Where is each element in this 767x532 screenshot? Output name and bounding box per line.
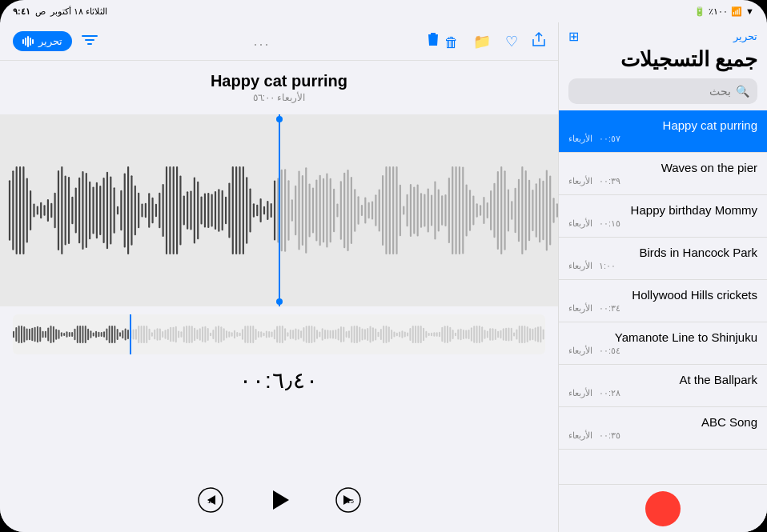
svg-rect-17 bbox=[33, 204, 34, 218]
svg-rect-136 bbox=[448, 178, 450, 243]
svg-rect-273 bbox=[287, 332, 288, 337]
svg-rect-329 bbox=[436, 332, 438, 337]
right-edit-label[interactable]: تحرير bbox=[733, 30, 757, 42]
svg-rect-180 bbox=[39, 327, 41, 342]
svg-rect-86 bbox=[274, 180, 275, 240]
svg-rect-111 bbox=[361, 205, 363, 216]
svg-rect-317 bbox=[404, 331, 406, 337]
main-content: تحرير ... bbox=[0, 22, 767, 532]
svg-rect-37 bbox=[103, 178, 105, 243]
recording-item[interactable]: ABC Song ٠٠:٣٥ الأربعاء bbox=[559, 407, 767, 450]
svg-rect-218 bbox=[141, 326, 143, 343]
favorite-button[interactable]: ♡ bbox=[505, 33, 518, 50]
svg-rect-237 bbox=[191, 326, 193, 342]
svg-rect-323 bbox=[420, 326, 422, 343]
svg-rect-312 bbox=[391, 330, 392, 339]
svg-rect-85 bbox=[271, 203, 272, 218]
svg-rect-134 bbox=[441, 195, 443, 226]
svg-rect-116 bbox=[379, 189, 380, 231]
svg-rect-309 bbox=[383, 326, 384, 343]
delete-button[interactable]: 🗑 bbox=[426, 31, 459, 51]
waveform-main[interactable] bbox=[0, 114, 558, 306]
waveform-area: ٠٠:٦٫٤٠ bbox=[0, 106, 558, 473]
playhead-dot-bottom bbox=[276, 298, 283, 305]
svg-rect-340 bbox=[465, 330, 467, 339]
svg-rect-30 bbox=[78, 178, 80, 243]
svg-rect-78 bbox=[246, 177, 247, 243]
forward-button[interactable]: 15 bbox=[334, 486, 363, 514]
filter-button[interactable] bbox=[82, 34, 98, 49]
recording-item[interactable]: Hollywood Hills crickets ٠٠:٣٤ الأربعاء bbox=[559, 280, 767, 322]
toolbar-center: ... bbox=[253, 33, 270, 50]
record-button[interactable] bbox=[645, 491, 681, 526]
rewind-button[interactable]: 15 bbox=[196, 486, 225, 514]
search-input[interactable] bbox=[576, 85, 731, 98]
svg-rect-137 bbox=[452, 166, 453, 254]
recording-item[interactable]: Birds in Hancock Park ١:٠٠ الأربعاء bbox=[559, 238, 767, 280]
recording-item[interactable]: Waves on the pier ٠٠:٣٩ الأربعاء bbox=[559, 153, 767, 195]
svg-rect-120 bbox=[392, 166, 394, 254]
svg-rect-75 bbox=[235, 166, 237, 254]
recording-item-meta: ٠٠:٢٨ الأربعاء bbox=[568, 388, 757, 398]
svg-rect-350 bbox=[492, 328, 494, 341]
recording-date: الأربعاء bbox=[568, 261, 592, 271]
svg-rect-264 bbox=[263, 333, 265, 337]
svg-rect-356 bbox=[508, 327, 509, 341]
playhead-line[interactable] bbox=[279, 114, 280, 306]
svg-rect-49 bbox=[145, 203, 147, 218]
svg-rect-14 bbox=[22, 166, 24, 254]
svg-rect-19 bbox=[40, 202, 42, 218]
svg-rect-355 bbox=[505, 328, 507, 342]
svg-rect-155 bbox=[515, 188, 516, 233]
svg-rect-39 bbox=[110, 177, 111, 245]
svg-rect-55 bbox=[166, 166, 167, 254]
svg-rect-109 bbox=[354, 189, 355, 232]
svg-rect-146 bbox=[483, 197, 484, 224]
svg-rect-195 bbox=[79, 326, 81, 343]
status-bar-left: 🔋 ٪١٠٠ 📶 ▼ bbox=[694, 6, 754, 17]
svg-rect-293 bbox=[340, 326, 342, 342]
svg-rect-241 bbox=[202, 326, 203, 342]
recording-item[interactable]: At the Ballpark ٠٠:٢٨ الأربعاء bbox=[559, 365, 767, 407]
svg-rect-25 bbox=[61, 166, 62, 254]
svg-rect-162 bbox=[539, 178, 540, 242]
svg-rect-194 bbox=[77, 326, 78, 343]
svg-rect-65 bbox=[200, 196, 202, 224]
right-panel: تحرير ⊞ جميع التسجيلات 🔍 Happy cat purri… bbox=[559, 22, 767, 532]
edit-button[interactable]: تحرير bbox=[13, 31, 72, 51]
playhead-dot-top bbox=[276, 116, 283, 122]
svg-rect-369 bbox=[543, 330, 544, 340]
filter-icon bbox=[82, 34, 98, 46]
svg-rect-71 bbox=[222, 190, 223, 231]
recording-item-meta: ٠٠:٣٤ الأربعاء bbox=[568, 303, 757, 314]
svg-rect-79 bbox=[249, 189, 251, 233]
folder-button[interactable]: 📁 bbox=[473, 33, 491, 50]
waveform-mini[interactable] bbox=[13, 314, 545, 354]
svg-rect-182 bbox=[45, 331, 46, 338]
svg-rect-59 bbox=[179, 175, 181, 245]
svg-rect-10 bbox=[9, 180, 10, 241]
svg-rect-20 bbox=[43, 205, 45, 216]
recording-date: الأربعاء bbox=[568, 303, 592, 314]
svg-rect-118 bbox=[385, 166, 387, 254]
svg-rect-366 bbox=[535, 327, 536, 342]
svg-rect-316 bbox=[401, 330, 403, 338]
svg-rect-48 bbox=[141, 203, 143, 217]
svg-rect-336 bbox=[455, 333, 456, 336]
svg-rect-368 bbox=[540, 326, 541, 342]
svg-rect-151 bbox=[500, 166, 502, 254]
svg-rect-29 bbox=[75, 187, 77, 233]
svg-rect-298 bbox=[354, 326, 355, 343]
recording-item-meta: ٠٠:٣٥ الأربعاء bbox=[568, 430, 757, 441]
recording-item[interactable]: Happy cat purring ٠٠:٥٧ الأربعاء bbox=[559, 110, 767, 153]
play-button[interactable] bbox=[263, 484, 295, 516]
recording-item[interactable]: Happy birthday Mommy ٠٠:١٥ الأربعاء bbox=[559, 195, 767, 238]
share-button[interactable] bbox=[532, 31, 545, 51]
svg-rect-57 bbox=[173, 166, 175, 254]
svg-rect-152 bbox=[504, 170, 505, 250]
layout-icon[interactable]: ⊞ bbox=[568, 29, 579, 44]
svg-rect-267 bbox=[271, 332, 273, 338]
recording-item[interactable]: Yamanote Line to Shinjuku ٠٠:٥٤ الأربعاء bbox=[559, 322, 767, 365]
more-dots: ... bbox=[253, 33, 270, 50]
svg-rect-307 bbox=[378, 332, 379, 337]
